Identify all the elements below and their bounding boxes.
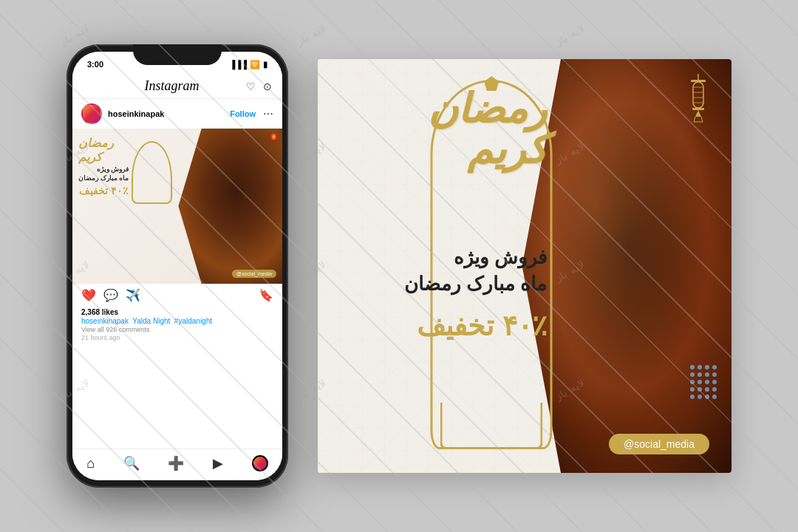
sale-text-small: فروش ویژه — [78, 166, 129, 173]
lantern-icon-small: 🏮 — [268, 132, 279, 142]
heart-nav-icon[interactable]: ♡ — [246, 81, 256, 92]
phone-notch — [133, 44, 222, 65]
post-text-overlay: رمضان کریم فروش ویژه ماه مبارک رمضان ۴۰٪… — [78, 136, 129, 197]
post-image-content: رمضان کریم فروش ویژه ماه مبارک رمضان ۴۰٪… — [72, 129, 282, 284]
phone-frame: 3:00 ▐▐▐ 🛜 ▮ Instagram ♡ ⊙ — [66, 44, 288, 488]
dots-decoration — [690, 365, 717, 399]
header-icons: ♡ ⊙ — [246, 81, 272, 92]
post-actions-left: ❤️ 💬 ✈️ — [81, 288, 140, 302]
svg-line-9 — [694, 117, 695, 122]
home-nav-icon[interactable]: ⌂ — [86, 456, 95, 471]
post-info: 2,368 likes hoseinkinapak Yalda Night #y… — [72, 307, 282, 346]
bottom-nav: ⌂ 🔍 ➕ ▶ — [72, 449, 282, 480]
social-tag-small: @social_media — [232, 270, 276, 278]
caption-text: Yalda Night — [132, 317, 170, 325]
phone-screen: 3:00 ▐▐▐ 🛜 ▮ Instagram ♡ ⊙ — [72, 52, 282, 480]
discount-text-large: ۴۰٪ تخفیف — [340, 310, 547, 342]
follow-button[interactable]: Follow — [225, 109, 260, 118]
svg-line-10 — [701, 117, 703, 122]
status-time: 3:00 — [87, 60, 103, 69]
search-nav-icon[interactable]: 🔍 — [123, 455, 140, 471]
share-icon[interactable]: ✈️ — [126, 288, 140, 302]
like-icon[interactable]: ❤️ — [81, 288, 96, 302]
main-container: 3:00 ▐▐▐ 🛜 ▮ Instagram ♡ ⊙ — [0, 0, 798, 532]
lantern-decoration — [680, 74, 717, 129]
instagram-logo: Instagram — [144, 78, 199, 94]
likes-count: 2,368 likes — [81, 308, 273, 316]
ramadan-calligraphy: رمضانکریم — [340, 89, 547, 170]
discount-text-small: ۴۰٪ تخفیف — [78, 185, 129, 197]
social-media-card: رمضانکریم فروش ویژه ماه مبارک رمضان ۴۰٪ … — [318, 59, 732, 473]
sale-text-small-2: ماه مبارک رمضان — [78, 174, 129, 182]
card-text-area: رمضانکریم فروش ویژه ماه مبارک رمضان ۴۰٪ … — [340, 81, 547, 342]
battery-icon: ▮ — [263, 60, 267, 69]
post-actions: ❤️ 💬 ✈️ 🔖 — [72, 284, 282, 307]
svg-rect-2 — [693, 82, 703, 108]
comments-link[interactable]: View all 926 comments — [81, 326, 273, 333]
svg-marker-8 — [695, 110, 701, 117]
avatar[interactable] — [81, 103, 102, 124]
sale-text-line1: فروش ویژه ماه مبارک رمضان — [340, 244, 547, 298]
timestamp: 21 hours ago — [81, 334, 273, 341]
bookmark-icon[interactable]: 🔖 — [259, 288, 273, 302]
caption-username[interactable]: hoseinkinapak — [81, 317, 129, 325]
post-username[interactable]: hoseinkinapak — [108, 109, 225, 118]
add-post-icon[interactable]: ➕ — [168, 455, 184, 471]
comment-icon[interactable]: 💬 — [103, 288, 118, 302]
phone-mockup: 3:00 ▐▐▐ 🛜 ▮ Instagram ♡ ⊙ — [66, 44, 288, 488]
ramadan-text-small-2: کریم — [78, 150, 129, 164]
instagram-header: Instagram ♡ ⊙ — [72, 74, 282, 99]
status-icons: ▐▐▐ 🛜 ▮ — [230, 60, 267, 69]
profile-nav-icon[interactable] — [252, 455, 268, 471]
messenger-icon[interactable]: ⊙ — [263, 81, 272, 92]
more-options-icon[interactable]: ⋯ — [263, 108, 273, 120]
social-handle: @social_media — [609, 434, 709, 454]
post-image: رمضان کریم فروش ویژه ماه مبارک رمضان ۴۰٪… — [72, 129, 282, 284]
post-header: hoseinkinapak Follow ⋯ — [72, 99, 282, 129]
reels-icon[interactable]: ▶ — [213, 455, 223, 471]
signal-icon: ▐▐▐ — [230, 60, 247, 69]
post-caption: hoseinkinapak Yalda Night #yaldanight — [81, 317, 273, 325]
ramadan-text-small: رمضان — [78, 136, 129, 150]
caption-hashtag[interactable]: #yaldanight — [174, 317, 212, 325]
svg-rect-7 — [692, 108, 704, 110]
wifi-icon: 🛜 — [250, 60, 260, 69]
